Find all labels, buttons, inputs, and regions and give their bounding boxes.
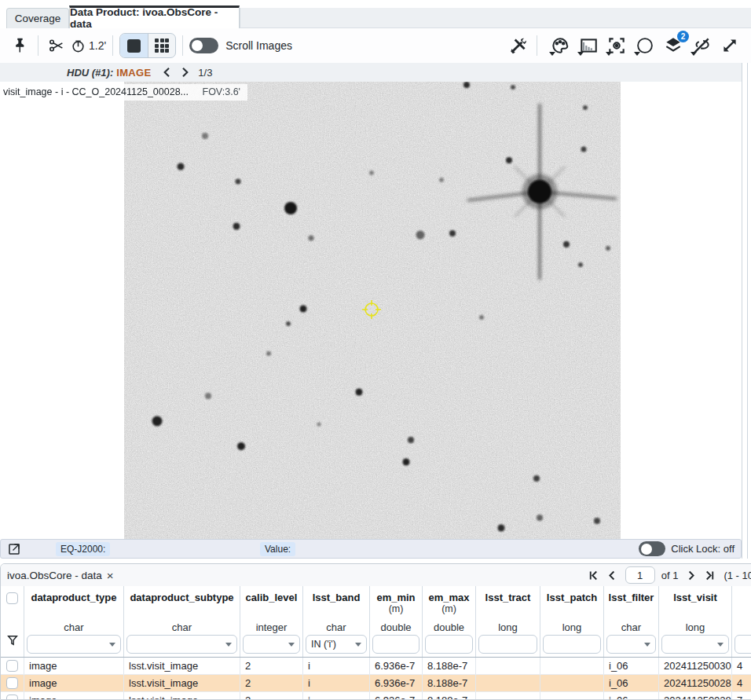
column-name[interactable]: lsst_filter [609,592,654,603]
column-name[interactable]: em_max [428,592,469,603]
row-checkbox[interactable] [6,677,18,689]
filter-input-lsst_patch[interactable] [543,635,601,654]
stretch-button[interactable] [577,34,600,57]
column-name[interactable]: lsst_patch [547,592,597,603]
table-cell[interactable]: 2024112500301 [659,658,732,674]
table-cell[interactable] [540,692,604,700]
table-row[interactable]: imagelsst.visit_image2i6.936e-78.188e-7i… [1,658,751,675]
filter-input-lsst_tract[interactable] [478,635,537,654]
filter-input-em_min[interactable] [372,635,419,654]
first-page-button[interactable] [584,566,603,584]
grid-view-button[interactable] [148,34,175,57]
grid-view-icon [155,38,169,53]
table-cell[interactable]: i [303,692,370,700]
table-cell[interactable]: i [303,675,370,691]
table-cell[interactable]: 6.936e-7 [370,692,423,700]
filter-input-em_max[interactable] [425,635,473,654]
table-pager: of 1 (1 - 10 [584,564,751,586]
crop-button[interactable] [45,34,68,57]
filter-select-lsst_filter[interactable] [606,635,656,654]
table-cell[interactable]: image [24,692,124,700]
chevron-down-icon [717,643,724,647]
fits-image[interactable] [124,82,621,539]
scroll-images-toggle[interactable] [189,38,218,53]
table-cell[interactable]: 6.936e-7 [370,658,423,674]
table-cell[interactable] [476,692,540,700]
table-cell[interactable] [540,675,604,691]
column-name[interactable]: dataproduct_type [31,592,116,603]
table-cell[interactable]: 8.188e-7 [423,692,476,700]
table-cell[interactable]: 2 [240,658,303,674]
table-cell[interactable]: 2 [240,675,303,691]
image-viewer[interactable]: visit_image - i - CC_O_20241125_00028...… [0,82,742,539]
row-checkbox[interactable] [6,660,18,672]
table-cell[interactable]: i_06 [604,675,659,691]
hdu-prev-button[interactable] [159,64,176,80]
table-tab[interactable]: ivoa.ObsCore - data × [7,569,114,582]
table-cell[interactable]: 2024112500284 [659,675,732,691]
table-cell[interactable]: i_06 [604,658,659,674]
table-cell[interactable]: 4 [732,675,751,691]
single-view-button[interactable] [120,34,148,57]
window-divider[interactable] [747,63,748,559]
close-icon[interactable]: × [107,569,114,582]
filter-select-calib_level[interactable] [243,635,300,654]
table-cell[interactable] [540,658,604,674]
pin-button[interactable] [8,34,31,57]
table-cell[interactable]: 6.936e-7 [370,675,423,691]
table-cell[interactable]: lsst.visit_image [124,675,240,691]
table-cell[interactable]: lsst.visit_image [124,658,240,674]
filter-icon[interactable] [6,634,19,650]
table-cell[interactable]: i [303,658,370,674]
table-cell[interactable]: 8.188e-7 [423,658,476,674]
hide-regions-button[interactable] [690,34,713,57]
column-name[interactable]: em_min [376,592,415,603]
table-row[interactable]: imagelsst.visit_image2i6.936e-78.188e-7i… [1,692,751,700]
table-cell[interactable]: image [24,658,124,674]
filter-input-lss[interactable] [735,635,751,654]
top-tab-bar: Coverage Data Product: ivoa.ObsCore - da… [0,0,751,28]
filter-select-dataproduct_type[interactable] [27,635,121,654]
color-table-button[interactable] [548,34,572,57]
table-cell[interactable]: 8.188e-7 [423,675,476,691]
tab-data-product[interactable]: Data Product: ivoa.ObsCore - data [69,5,240,28]
filter-select-lsst_visit[interactable] [661,635,729,654]
column-name[interactable]: lsst_visit [673,592,717,603]
table-cell[interactable]: image [24,675,124,691]
select-all-checkbox[interactable] [6,592,18,604]
tab-coverage[interactable]: Coverage [6,8,69,28]
filter-select-lsst_band[interactable]: IN ('i') [306,635,367,654]
prev-page-button[interactable] [603,566,622,584]
hdu-next-button[interactable] [176,64,193,80]
region-circle-button[interactable] [633,34,657,57]
panel-divider[interactable] [742,63,742,559]
table-cell[interactable]: 7 [732,692,751,700]
table-cell[interactable] [476,658,540,674]
last-page-button[interactable] [700,566,719,584]
next-page-button[interactable] [681,566,700,584]
row-checkbox[interactable] [6,695,18,700]
expand-button[interactable] [718,34,742,57]
region-circle-icon [635,35,655,56]
table-cell[interactable]: lsst.visit_image [124,692,240,700]
table-cell[interactable]: 4 [732,658,751,674]
page-number-input[interactable] [625,566,655,584]
rotate-button[interactable] [68,34,87,57]
recenter-button[interactable] [605,34,628,57]
column-name[interactable]: lsst_band [313,592,361,603]
table-cell[interactable] [476,675,540,691]
table-cell[interactable]: 2 [240,692,303,700]
layers-count-badge: 2 [677,31,689,42]
column-name[interactable]: lsst_tract [485,592,531,603]
tools-button[interactable] [507,34,530,57]
column-name[interactable]: calib_level [246,592,298,603]
table-cell[interactable]: i_06 [604,692,659,700]
table-cell[interactable]: 2024112500286 [659,692,732,700]
layers-button[interactable]: 2 [661,34,685,57]
chevron-down-icon [109,643,115,647]
filter-select-dataproduct_subtype[interactable] [126,635,237,654]
open-external-button[interactable] [7,542,21,556]
column-name[interactable]: dataproduct_subtype [130,592,233,603]
click-lock-toggle[interactable] [639,541,665,556]
table-row[interactable]: imagelsst.visit_image2i6.936e-78.188e-7i… [1,675,751,692]
